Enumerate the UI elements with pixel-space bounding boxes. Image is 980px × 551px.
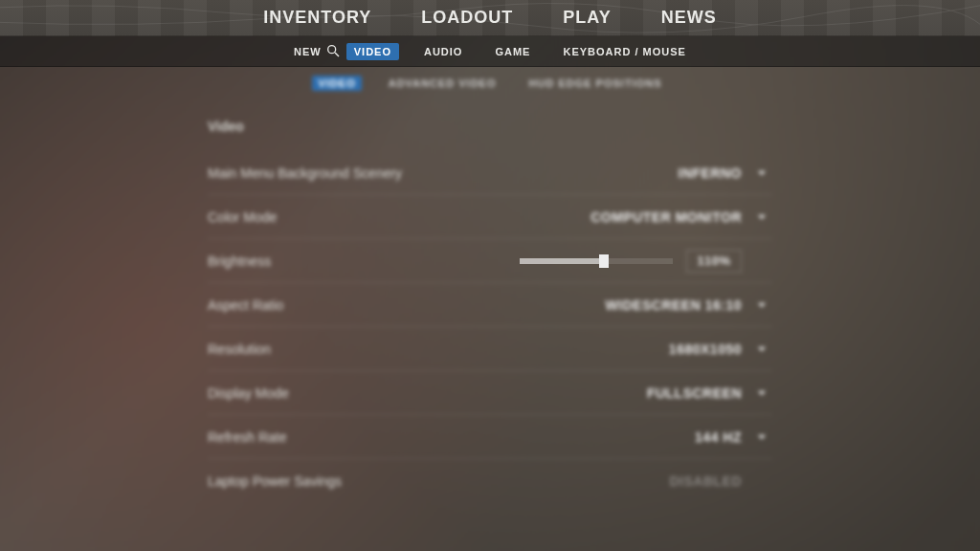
subtab-game[interactable]: GAME	[487, 43, 538, 60]
topnav-play[interactable]: PLAY	[563, 8, 611, 28]
svg-point-0	[328, 46, 336, 54]
subtab-audio[interactable]: AUDIO	[416, 43, 470, 60]
brightness-slider[interactable]	[520, 258, 673, 264]
topnav-loadout[interactable]: LOADOUT	[421, 8, 513, 28]
subtab-new[interactable]: NEW	[286, 43, 329, 60]
slider-thumb[interactable]	[599, 254, 609, 268]
settings-category-bar: NEW VIDEO AUDIO GAME KEYBOARD / MOUSE	[0, 36, 980, 67]
topnav-news[interactable]: NEWS	[661, 8, 717, 28]
svg-line-1	[335, 53, 339, 56]
top-nav-bar: INVENTORY LOADOUT PLAY NEWS	[0, 0, 980, 36]
subtab-video[interactable]: VIDEO	[346, 43, 399, 60]
topnav-inventory[interactable]: INVENTORY	[263, 8, 371, 28]
search-icon[interactable]	[325, 43, 341, 62]
subtab-keyboard[interactable]: KEYBOARD / MOUSE	[555, 43, 693, 60]
